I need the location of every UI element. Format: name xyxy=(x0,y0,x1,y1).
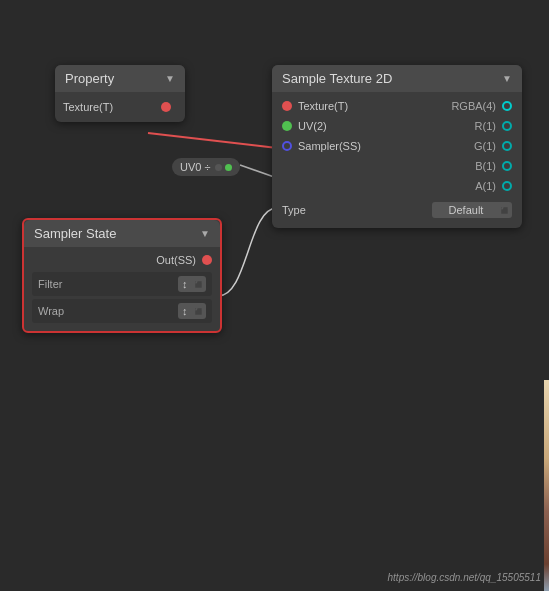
sample-texture-dot-2[interactable] xyxy=(282,141,292,151)
sampler-filter-label: Filter xyxy=(38,278,62,290)
property-node-body: Texture(T) xyxy=(55,92,185,122)
sampler-out-label: Out(SS) xyxy=(156,254,196,266)
sample-output-label-0: RGBA(4) xyxy=(451,100,496,112)
canvas-area: Property ▼ Texture(T) UV0 ÷ Sampler Stat… xyxy=(0,0,549,591)
sample-output-label-1: R(1) xyxy=(475,120,496,132)
uv-pill[interactable]: UV0 ÷ xyxy=(172,158,240,176)
sampler-filter-row: Filter ↕ xyxy=(32,272,212,296)
sample-type-select[interactable]: Default xyxy=(432,202,512,218)
sampler-filter-select-wrapper: ↕ xyxy=(178,276,206,292)
sample-output-dot-1[interactable] xyxy=(502,121,512,131)
sample-type-select-wrapper: Default xyxy=(432,202,512,218)
node-sample-texture: Sample Texture 2D ▼ Texture(T) RGBA(4) U… xyxy=(272,65,522,228)
sampler-state-title: Sampler State xyxy=(34,226,116,241)
property-node-arrow: ▼ xyxy=(165,73,175,84)
svg-line-0 xyxy=(148,133,277,148)
property-texture-label: Texture(T) xyxy=(63,101,113,113)
sampler-state-header[interactable]: Sampler State ▼ xyxy=(24,220,220,247)
sample-output-label-2: G(1) xyxy=(474,140,496,152)
sample-output-label-4: A(1) xyxy=(475,180,496,192)
sample-type-label: Type xyxy=(282,204,306,216)
sample-texture-arrow: ▼ xyxy=(502,73,512,84)
sample-type-row: Type Default xyxy=(272,196,522,224)
property-node-title: Property xyxy=(65,71,114,86)
sampler-filter-select[interactable]: ↕ xyxy=(178,276,206,292)
anime-background xyxy=(544,380,549,591)
sample-texture-row-2: Sampler(SS) G(1) xyxy=(272,136,522,156)
sample-texture-row-4: A(1) xyxy=(272,176,522,196)
sample-texture-label-1: UV(2) xyxy=(298,120,327,132)
sample-texture-header[interactable]: Sample Texture 2D ▼ xyxy=(272,65,522,92)
sample-output-dot-4[interactable] xyxy=(502,181,512,191)
sample-texture-label-2: Sampler(SS) xyxy=(298,140,361,152)
sampler-out-dot[interactable] xyxy=(202,255,212,265)
sample-output-dot-0[interactable] xyxy=(502,101,512,111)
sample-texture-dot-1[interactable] xyxy=(282,121,292,131)
uv-dot-dark xyxy=(215,164,222,171)
node-sampler-state: Sampler State ▼ Out(SS) Filter ↕ Wrap xyxy=(22,218,222,333)
sampler-state-arrow: ▼ xyxy=(200,228,210,239)
sample-texture-title: Sample Texture 2D xyxy=(282,71,392,86)
sample-output-dot-3[interactable] xyxy=(502,161,512,171)
sample-texture-label-0: Texture(T) xyxy=(298,100,348,112)
sampler-out-row: Out(SS) xyxy=(32,251,212,269)
sample-output-label-3: B(1) xyxy=(475,160,496,172)
property-node-header[interactable]: Property ▼ xyxy=(55,65,185,92)
texture-preview-image xyxy=(544,380,549,591)
uv-pill-label: UV0 ÷ xyxy=(180,161,211,173)
uv-dot-green xyxy=(225,164,232,171)
sample-texture-row-3: B(1) xyxy=(272,156,522,176)
node-property: Property ▼ Texture(T) xyxy=(55,65,185,122)
property-texture-row: Texture(T) xyxy=(63,98,177,116)
uv-pill-dots xyxy=(215,164,232,171)
sampler-wrap-select[interactable]: ↕ xyxy=(178,303,206,319)
sampler-wrap-row: Wrap ↕ xyxy=(32,299,212,323)
watermark: https://blog.csdn.net/qq_15505511 xyxy=(388,572,541,583)
property-texture-dot[interactable] xyxy=(161,102,171,112)
sample-texture-row-1: UV(2) R(1) xyxy=(272,116,522,136)
sampler-state-body: Out(SS) Filter ↕ Wrap ↕ xyxy=(24,247,220,331)
sample-texture-dot-0[interactable] xyxy=(282,101,292,111)
sample-texture-body: Texture(T) RGBA(4) UV(2) R(1) xyxy=(272,92,522,228)
sampler-wrap-select-wrapper: ↕ xyxy=(178,303,206,319)
sample-output-dot-2[interactable] xyxy=(502,141,512,151)
sampler-wrap-label: Wrap xyxy=(38,305,64,317)
sample-texture-row-0: Texture(T) RGBA(4) xyxy=(272,96,522,116)
